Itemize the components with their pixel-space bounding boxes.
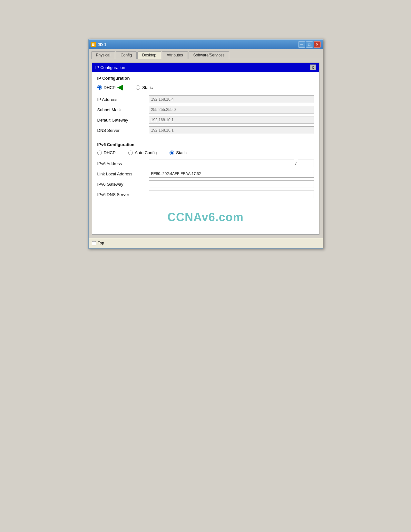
main-window: 🖥 JD 1 ─ □ ✕ Physical Config Desktop Att…: [88, 39, 323, 249]
ipv6-static-radio-item: Static: [170, 150, 187, 155]
link-local-input[interactable]: [149, 170, 314, 178]
ipv6-static-label: Static: [176, 150, 187, 155]
ipv6-slash: /: [294, 161, 298, 166]
tab-software-services[interactable]: Software/Services: [189, 51, 230, 59]
link-local-row: Link Local Address: [97, 170, 314, 178]
close-window-button[interactable]: ✕: [314, 41, 321, 48]
ipv6-gateway-input[interactable]: [149, 180, 314, 188]
subnet-mask-row: Subnet Mask: [97, 106, 314, 113]
dns-server-label: DNS Server: [97, 128, 149, 133]
dhcp-label: DHCP: [104, 85, 116, 90]
maximize-button[interactable]: □: [306, 41, 313, 48]
static-radio-item: Static: [136, 85, 153, 90]
ipv6-dhcp-radio[interactable]: [97, 151, 102, 155]
ip-config-panel: IP Configuration x IP Configuration DHCP…: [92, 63, 319, 235]
ip-address-row: IP Address: [97, 95, 314, 103]
top-checkbox[interactable]: [92, 241, 96, 245]
minimize-button[interactable]: ─: [298, 41, 305, 48]
window-icon: 🖥: [91, 42, 96, 47]
dns-server-row: DNS Server: [97, 126, 314, 134]
tab-config[interactable]: Config: [116, 51, 137, 59]
ipv6-static-radio[interactable]: [170, 151, 174, 155]
link-local-label: Link Local Address: [97, 172, 149, 176]
default-gateway-row: Default Gateway: [97, 116, 314, 124]
ip-address-input[interactable]: [149, 95, 314, 103]
ipv6-radio-row: DHCP Auto Config Static: [97, 150, 314, 155]
bottom-bar: Top: [89, 238, 323, 248]
section-divider: [97, 138, 314, 138]
subnet-mask-label: Subnet Mask: [97, 107, 149, 112]
default-gateway-label: Default Gateway: [97, 118, 149, 123]
window-body: IP Configuration x IP Configuration DHCP…: [89, 59, 323, 238]
title-bar-controls: ─ □ ✕: [298, 41, 321, 48]
default-gateway-input[interactable]: [149, 116, 314, 124]
ipv6-dns-label: IPv6 DNS Server: [97, 192, 149, 197]
tab-desktop[interactable]: Desktop: [137, 51, 161, 59]
static-radio[interactable]: [136, 85, 140, 90]
ipv6-dns-row: IPv6 DNS Server: [97, 191, 314, 198]
ipv6-prefix-input[interactable]: [298, 160, 314, 167]
ipv6-address-row: IPv6 Address /: [97, 160, 314, 167]
tab-bar: Physical Config Desktop Attributes Softw…: [89, 49, 323, 59]
ipv6-auto-label: Auto Config: [135, 150, 157, 155]
window-title: JD 1: [98, 42, 106, 47]
subnet-mask-input[interactable]: [149, 106, 314, 113]
ipv6-dhcp-radio-item: DHCP: [97, 150, 116, 155]
ipv6-address-label: IPv6 Address: [97, 161, 149, 166]
ipv6-dhcp-label: DHCP: [104, 150, 116, 155]
ipv6-gateway-label: IPv6 Gateway: [97, 182, 149, 187]
dns-server-input[interactable]: [149, 126, 314, 134]
ipv6-gateway-row: IPv6 Gateway: [97, 180, 314, 188]
ipv4-radio-row: DHCP ◀ Static: [97, 84, 314, 91]
ipv6-section-title: IPv6 Configuration: [97, 142, 314, 147]
top-label: Top: [98, 241, 104, 245]
ipv6-auto-radio[interactable]: [128, 151, 133, 155]
ip-config-panel-title: IP Configuration: [95, 65, 125, 70]
tab-attributes[interactable]: Attributes: [162, 51, 188, 59]
ip-address-label: IP Address: [97, 97, 149, 102]
dhcp-radio-item: DHCP ◀: [97, 84, 123, 91]
ip-config-close-button[interactable]: x: [310, 64, 316, 70]
dhcp-arrow-annotation: ◀: [117, 84, 123, 91]
static-label: Static: [142, 85, 153, 90]
title-bar-left: 🖥 JD 1: [91, 42, 106, 47]
tab-physical[interactable]: Physical: [91, 51, 115, 59]
title-bar: 🖥 JD 1 ─ □ ✕: [89, 40, 323, 49]
ipv6-dns-input[interactable]: [149, 191, 314, 198]
ipv6-auto-radio-item: Auto Config: [128, 150, 157, 155]
ip-config-body: IP Configuration DHCP ◀ Static: [92, 72, 319, 234]
watermark: CCNAv6.com: [97, 201, 314, 231]
dhcp-radio[interactable]: [97, 85, 102, 90]
ipv4-section-title: IP Configuration: [97, 76, 314, 81]
ipv6-address-input[interactable]: [149, 160, 294, 167]
ip-config-titlebar: IP Configuration x: [92, 63, 319, 72]
